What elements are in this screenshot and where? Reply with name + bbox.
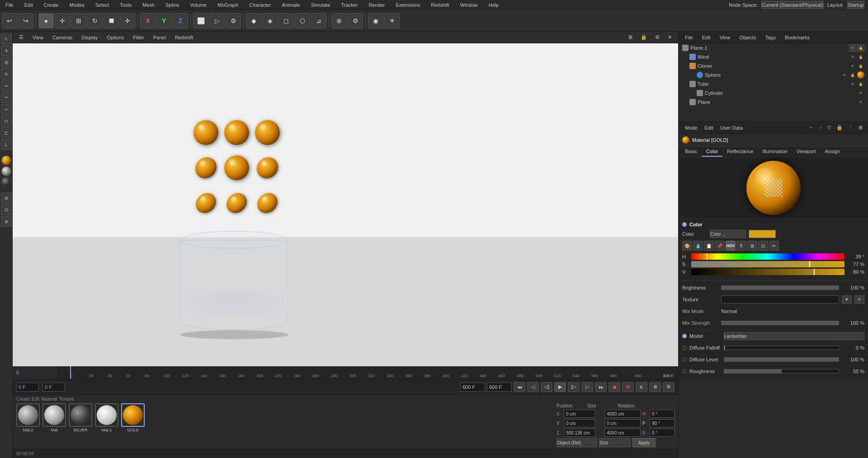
- me-edit-tab[interactable]: Edit: [702, 124, 716, 131]
- scene-objects-tab[interactable]: Objects: [736, 34, 759, 41]
- menu-character[interactable]: Character: [247, 1, 273, 9]
- vp-cameras-tab[interactable]: Cameras: [50, 34, 75, 41]
- vp-settings-btn[interactable]: ⚙: [652, 33, 662, 41]
- key-all-btn[interactable]: K: [636, 382, 647, 392]
- mat-item-silver[interactable]: SILVER: [69, 403, 92, 432]
- color-hsv-btn[interactable]: HSV: [726, 241, 736, 251]
- frame-start-input[interactable]: [16, 383, 39, 392]
- mat-item-gold[interactable]: GOLD: [121, 403, 145, 432]
- diffuse-falloff-dot[interactable]: [682, 346, 687, 350]
- color-copy-btn[interactable]: 📋: [704, 241, 714, 251]
- texture-browse-btn[interactable]: ▼: [842, 295, 852, 304]
- color-gradient-btn[interactable]: ⊞: [747, 241, 757, 251]
- tube-vis[interactable]: 👁: [849, 80, 856, 88]
- menu-tracker[interactable]: Tracker: [340, 1, 360, 9]
- menu-tools[interactable]: Tools: [118, 1, 133, 9]
- menu-create[interactable]: Create: [42, 1, 61, 9]
- color-paste-btn[interactable]: 📌: [715, 241, 725, 251]
- scene-item-cloner[interactable]: Cloner 👁 🔒: [686, 61, 868, 70]
- light-btn[interactable]: ☀: [384, 13, 400, 28]
- menu-redshift[interactable]: Redshift: [429, 1, 451, 9]
- mat-item-mat1[interactable]: Mat.1: [95, 403, 118, 432]
- next-key-btn[interactable]: |▷: [568, 382, 580, 392]
- size-x-input[interactable]: [604, 410, 641, 418]
- render-region-btn[interactable]: ⬜: [193, 13, 208, 28]
- goto-end-btn[interactable]: ⏭: [595, 382, 607, 392]
- cloner-vis[interactable]: 👁: [849, 62, 856, 70]
- transform-btn[interactable]: ⬜: [104, 13, 119, 28]
- color-mixer-btn[interactable]: K: [736, 241, 746, 251]
- viewport-3d[interactable]: [13, 43, 678, 366]
- apply-button[interactable]: Apply: [632, 438, 656, 447]
- vp-options-tab[interactable]: Options: [104, 34, 127, 41]
- vp-view-tab[interactable]: View: [30, 34, 46, 41]
- sidebar-guides-btn[interactable]: ⊡: [1, 204, 12, 215]
- vp-lock-btn[interactable]: 🔒: [638, 33, 650, 41]
- camera-btn[interactable]: ◉: [368, 13, 383, 28]
- key-selection-btn[interactable]: ⊕: [649, 382, 661, 392]
- menu-file[interactable]: File: [4, 1, 15, 9]
- sidebar-bridge-tool[interactable]: ⊓: [1, 116, 12, 126]
- sphere-lock[interactable]: 🔒: [849, 71, 856, 79]
- render-settings-btn[interactable]: ⚙: [226, 13, 241, 28]
- sidebar-mirror-tool[interactable]: ⊏: [1, 127, 12, 138]
- layout-dropdown[interactable]: Startup: [847, 1, 864, 9]
- vp-hamburger[interactable]: ☰: [16, 33, 26, 41]
- sidebar-move-tool[interactable]: ✛: [1, 45, 12, 56]
- play-btn[interactable]: ▶: [554, 382, 566, 392]
- coord-system-dropdown[interactable]: Object (Rel): [557, 438, 597, 447]
- scale-btn[interactable]: ⊞: [71, 13, 86, 28]
- mat-action-texture[interactable]: Texture: [59, 397, 74, 402]
- snap-settings-btn[interactable]: ⚙: [348, 13, 363, 28]
- sidebar-pointer-tool[interactable]: ↖: [1, 33, 12, 44]
- scene-item-wind[interactable]: Wind 👁 🔒: [686, 52, 868, 61]
- menu-window[interactable]: Window: [458, 1, 480, 9]
- scene-item-sphere[interactable]: Sphere 👁 🔒: [693, 70, 868, 79]
- sidebar-snap-magnet[interactable]: ⊕: [1, 216, 12, 227]
- model-dropdown[interactable]: Lambertian: [724, 332, 864, 340]
- scene-item-cylinder[interactable]: Cylinder 👁: [693, 89, 868, 98]
- vp-filter-tab[interactable]: Filter: [130, 34, 146, 41]
- me-back-btn[interactable]: ←: [807, 125, 816, 131]
- texture-clear-btn[interactable]: ✕: [854, 295, 864, 304]
- color-pen-btn[interactable]: ✏: [769, 241, 779, 251]
- sphere-vis[interactable]: 👁: [841, 71, 848, 79]
- polys-mode-btn[interactable]: ◻: [278, 13, 294, 28]
- sidebar-rotate-tool[interactable]: ↻: [1, 69, 12, 79]
- snap-btn[interactable]: ⊕: [331, 13, 347, 28]
- mat-action-create[interactable]: Create: [16, 397, 30, 402]
- color-eyedrop-btn[interactable]: 💧: [693, 241, 703, 251]
- vp-display-tab[interactable]: Display: [79, 34, 100, 41]
- me-mode-tab[interactable]: Mode: [682, 124, 700, 131]
- mat-tab-assign[interactable]: Assign: [821, 147, 844, 157]
- plane1-vis[interactable]: 👁: [849, 44, 856, 51]
- prev-frame-btn[interactable]: ◁: [527, 382, 539, 392]
- sidebar-measure-tool[interactable]: L: [1, 139, 12, 150]
- me-expand-btn[interactable]: ⊞: [857, 125, 864, 131]
- color-space-dropdown[interactable]: Color ...: [710, 230, 746, 238]
- rot-p-input[interactable]: [650, 419, 675, 427]
- sidebar-poly-pen[interactable]: ✏: [1, 80, 12, 91]
- diffuse-level-slider[interactable]: [724, 357, 839, 362]
- mat-tab-basic[interactable]: Basic: [680, 147, 702, 157]
- menu-help[interactable]: Help: [487, 1, 501, 9]
- mix-strength-slider[interactable]: [721, 321, 839, 325]
- me-more-btn[interactable]: ⋮: [846, 125, 855, 131]
- plane1-lock[interactable]: 🔒: [857, 44, 864, 51]
- z-axis-btn[interactable]: Z: [173, 13, 188, 28]
- color-paint-btn[interactable]: 🎨: [682, 241, 692, 251]
- vp-panel-tab[interactable]: Panel: [151, 34, 169, 41]
- menu-edit[interactable]: Edit: [23, 1, 35, 9]
- scene-item-plane1[interactable]: Plane.1 👁 🔒: [679, 43, 868, 52]
- scene-bookmarks-tab[interactable]: Bookmarks: [782, 34, 812, 41]
- val-slider[interactable]: [691, 269, 844, 275]
- undo-btn[interactable]: ↩: [2, 13, 17, 28]
- menu-simulate[interactable]: Simulate: [309, 1, 332, 9]
- cylinder-vis[interactable]: 👁: [857, 89, 864, 97]
- points-mode-btn[interactable]: ◆: [246, 13, 261, 28]
- model-dot[interactable]: [682, 334, 687, 338]
- scene-tags-tab[interactable]: Tags: [763, 34, 778, 41]
- me-up-btn[interactable]: ↑: [818, 125, 824, 131]
- menu-mesh[interactable]: Mesh: [141, 1, 156, 9]
- mat-action-edit[interactable]: Edit: [32, 397, 39, 402]
